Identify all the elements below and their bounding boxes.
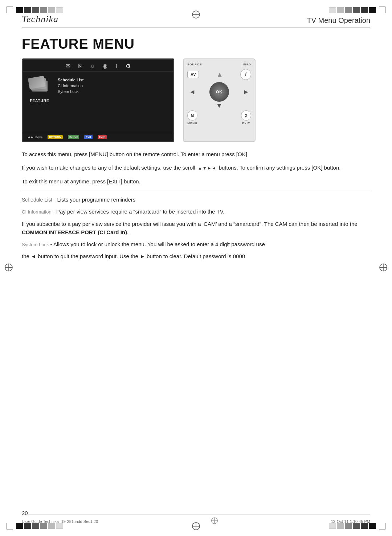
ci-information-item: CI Information - Pay per view services r… xyxy=(22,207,370,216)
arrow-up-icon xyxy=(198,165,202,172)
password-desc: the ◄ button to quit the password input.… xyxy=(22,252,370,260)
arrow-left-icon xyxy=(212,165,216,172)
tv-icon-bell: ✉ xyxy=(66,62,70,69)
remote-panel: SOURCE INFO AV ▲ i ◄ OK ► xyxy=(183,58,256,142)
cam-desc: If you subscribe to a pay per view servi… xyxy=(22,220,370,237)
page-footer: User Guide Technika -19-251.indd Sec1:20… xyxy=(22,515,370,526)
remote-info-label: INFO xyxy=(243,63,251,66)
corner-mark-br xyxy=(379,523,385,529)
remote-down-arrow: ▼ xyxy=(187,102,251,109)
tv-bottom-bar: ◄► Move RETURN Select Exit Help xyxy=(23,133,173,141)
remote-av-button[interactable]: AV xyxy=(187,71,199,78)
corner-mark-bl xyxy=(7,523,13,529)
schedule-list-label: Schedule List xyxy=(22,197,52,203)
access-desc: To access this menu, press [MENU] button… xyxy=(22,150,370,158)
remote-info-button[interactable]: i xyxy=(240,69,251,80)
remote-middle-row: ◄ OK ► xyxy=(187,82,251,102)
images-row: ✉ ⎘ ♫ ◉ ≀ ⚙ FEATURE xyxy=(22,58,370,142)
tv-bottom-item-select: Select xyxy=(68,135,79,139)
reg-mark-left xyxy=(4,263,13,273)
deco-strip-tr xyxy=(329,7,376,13)
scroll-desc: If you wish to make changes to any of th… xyxy=(22,163,370,172)
brand-logo: Technika xyxy=(22,14,58,25)
feature-menu-title: FEATURE MENU xyxy=(22,36,370,52)
tv-top-bar: ✉ ⎘ ♫ ◉ ≀ ⚙ xyxy=(23,60,173,72)
schedule-list-item: Schedule List - Lists your programme rem… xyxy=(22,195,370,204)
remote-menu-button[interactable]: M xyxy=(187,110,197,121)
system-lock-item: System Lock - Allows you to lock or unlo… xyxy=(22,240,370,248)
tv-menu-item-2: Sytem Lock xyxy=(58,89,84,94)
tv-feature-icon: FEATURE xyxy=(29,77,50,103)
scroll-arrows xyxy=(198,165,216,172)
system-lock-label: System Lock xyxy=(22,242,49,247)
page-header: Technika TV Menu Operation xyxy=(22,14,370,28)
desc-section: To access this menu, press [MENU] button… xyxy=(22,150,370,261)
tv-icon-music: ♫ xyxy=(90,63,94,69)
tv-body: FEATURE Schedule List CI Information Syt… xyxy=(23,72,173,108)
tv-menu-item-1: CI Information xyxy=(58,84,84,88)
exit-desc: To exit this menu at anytime, press [EXI… xyxy=(22,177,370,186)
tv-bottom-item-help: Help xyxy=(98,135,107,139)
deco-strip-tl xyxy=(16,7,63,13)
remote-top-row: SOURCE INFO xyxy=(187,63,251,66)
arrow-right-icon xyxy=(207,165,212,172)
tv-menu-item-0: Schedule List xyxy=(58,78,84,82)
tv-menu-list: Schedule List CI Information Sytem Lock xyxy=(58,78,84,103)
ci-information-label: CI Information xyxy=(22,209,52,215)
tv-icon-settings: ⚙ xyxy=(126,62,131,69)
remote-source-label: SOURCE xyxy=(187,63,202,66)
section-divider-1 xyxy=(22,191,370,191)
tv-bottom-item-return: RETURN xyxy=(48,135,62,139)
remote-bottom-row: M MENU X EXIT xyxy=(187,110,251,125)
footer-left: User Guide Technika -19-251.indd Sec1:20 xyxy=(22,519,98,524)
remote-ok-button[interactable]: OK xyxy=(209,82,229,102)
footer-center-reg xyxy=(211,517,218,526)
tv-icon-monitor: ⎘ xyxy=(78,63,82,69)
tv-bottom-item-move: ◄► Move xyxy=(27,135,42,139)
tv-icon-radio: ◉ xyxy=(102,62,107,69)
remote-right-arrow: ► xyxy=(241,88,251,96)
tv-bottom-item-exit: Exit xyxy=(84,135,93,139)
remote-av-row: AV ▲ i xyxy=(187,69,251,80)
corner-mark-tl xyxy=(7,7,13,13)
page-content: FEATURE MENU ✉ ⎘ ♫ ◉ ≀ ⚙ xyxy=(22,36,370,264)
remote-menu-label: MENU xyxy=(187,122,197,125)
arrow-down-icon xyxy=(203,165,207,172)
remote-exit-label: EXIT xyxy=(242,122,250,125)
reg-mark-right xyxy=(379,263,388,273)
remote-exit-button[interactable]: X xyxy=(241,110,251,121)
tv-screen: ✉ ⎘ ♫ ◉ ≀ ⚙ FEATURE xyxy=(22,58,174,142)
remote-left-arrow: ◄ xyxy=(187,88,197,96)
corner-mark-tr xyxy=(379,7,385,13)
tv-feature-label: FEATURE xyxy=(30,99,49,103)
header-title: TV Menu Operation xyxy=(307,16,370,25)
tv-icon-grid: ≀ xyxy=(115,62,118,69)
footer-right: 12-Oct-11 1:10:45 PM xyxy=(331,519,370,524)
